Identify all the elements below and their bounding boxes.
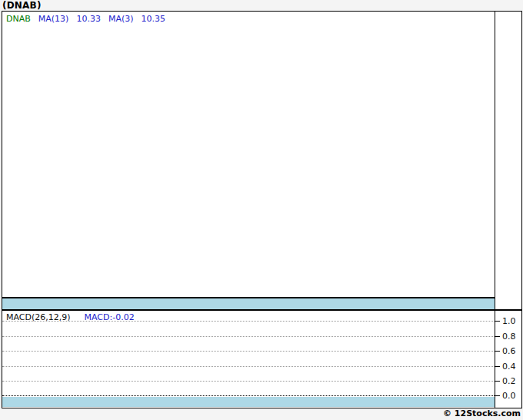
stock-chart-page: { "page": { "title": "(DNAB)", "copyrigh… [0, 0, 523, 420]
axis-label-0-6: 0.6 [502, 346, 523, 356]
axis-tickmark-0-6 [495, 351, 500, 352]
blue-band-macd [2, 397, 495, 407]
axis-label-0-2: 0.2 [502, 376, 523, 386]
axis-tickmark-0-8 [495, 336, 500, 337]
macd-panel-top-border [2, 309, 521, 311]
blue-band-main [2, 298, 495, 309]
ticker-symbol: DNAB [6, 14, 31, 24]
gridline-0-8 [2, 336, 495, 337]
axis-tickmark-0-4 [495, 366, 500, 367]
axis-divider [495, 12, 495, 408]
page-title: (DNAB) [2, 0, 42, 11]
ma13-label: MA(13) [38, 14, 69, 24]
copyright-link[interactable]: © 12Stocks.com [443, 408, 521, 418]
gridline-1-0 [2, 321, 495, 322]
gridline-0-4 [2, 366, 495, 367]
gridline-0-6 [2, 351, 495, 352]
axis-tickmark-1-0 [495, 321, 500, 322]
ma3-value: 10.35 [142, 14, 166, 24]
axis-label-0-4: 0.4 [502, 362, 523, 372]
axis-label-0-8: 0.8 [502, 332, 523, 342]
axis-tickmark-0-2 [495, 381, 500, 382]
chart-frame: DNABMA(13)10.33MA(3)10.35 MACD(26,12,9)M… [2, 11, 522, 408]
price-legend: DNABMA(13)10.33MA(3)10.35 [6, 14, 173, 24]
ma3-label: MA(3) [108, 14, 134, 24]
axis-label-1-0: 1.0 [502, 316, 523, 326]
zero-gridline [2, 395, 495, 396]
axis-label-0-0: 0.0 [502, 391, 523, 401]
ma13-value: 10.33 [76, 14, 101, 24]
axis-tickmark-0-0 [495, 395, 500, 396]
gridline-0-2 [2, 381, 495, 382]
